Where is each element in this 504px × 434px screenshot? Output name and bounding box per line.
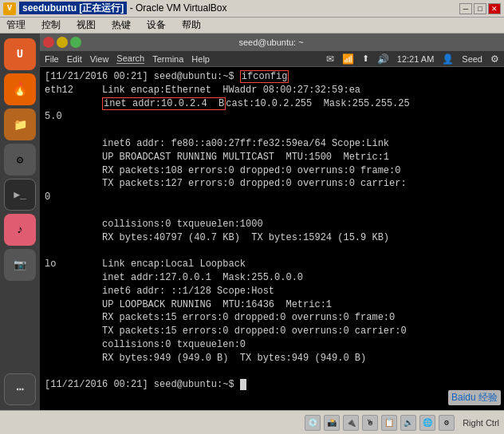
terminal-icon: ▶_: [14, 188, 26, 201]
gear-bottom-icon[interactable]: ⚙: [439, 415, 455, 431]
cursor: [240, 379, 246, 390]
snapshot-icon[interactable]: 📸: [324, 415, 340, 431]
maximize-button[interactable]: □: [474, 3, 486, 14]
sidebar-icon-camera[interactable]: 📷: [4, 249, 36, 281]
terminal-menu-edit[interactable]: Edit: [67, 54, 82, 64]
output-line-14: [45, 244, 499, 258]
right-ctrl-label: Right Ctrl: [463, 418, 499, 428]
title-bar-left: V seedubuntu [正在运行] - Oracle VM VirtualB…: [3, 2, 227, 15]
menu-view[interactable]: 视图: [73, 18, 99, 33]
network-icon[interactable]: 🌐: [419, 415, 435, 431]
user-icon: 👤: [442, 53, 454, 65]
menu-manage[interactable]: 管理: [3, 18, 29, 33]
output-line-22: RX bytes:949 (949.0 B) TX bytes:949 (949…: [45, 352, 499, 365]
menu-control[interactable]: 控制: [38, 18, 64, 33]
output-line-16: inet addr:127.0.0.1 Mask:255.0.0.0: [45, 271, 499, 285]
close-button[interactable]: ✕: [488, 3, 501, 14]
menu-help[interactable]: 帮助: [179, 18, 204, 33]
terminal-maximize-button[interactable]: [70, 37, 81, 48]
camera-icon: 📷: [14, 258, 26, 271]
title-bar-text: seedubuntu [正在运行] - Oracle VM VirtualBox: [19, 2, 227, 15]
terminal-menu-help[interactable]: Help: [191, 54, 210, 64]
output-line-10: 0: [45, 191, 499, 204]
volume-icon: 🔊: [377, 53, 389, 65]
cd-icon[interactable]: 💿: [305, 415, 321, 431]
output-line-8: RX packets:108 errors:0 dropped:0 overru…: [45, 164, 499, 178]
terminal-menu-termina[interactable]: Termina: [152, 54, 183, 64]
outer-menu-bar: 管理 控制 视图 热键 设备 帮助: [0, 18, 504, 34]
ifconfig-highlight: ifconfig: [240, 70, 289, 83]
clipboard-icon[interactable]: 📋: [381, 415, 397, 431]
terminal-menu-search[interactable]: Search: [116, 53, 144, 64]
sidebar: U 🔥 📁 ⚙ ▶_ ♪ 📷 ⋯: [0, 34, 40, 410]
gear-icon[interactable]: ⚙: [490, 53, 499, 65]
mail-icon: ✉: [326, 53, 334, 65]
output-line-4: 5.0: [45, 110, 499, 124]
usb-icon[interactable]: 🔌: [343, 415, 359, 431]
title-bar: V seedubuntu [正在运行] - Oracle VM VirtualB…: [0, 0, 504, 18]
terminal-title-bar: seed@ubuntu: ~: [40, 34, 504, 51]
sidebar-icon-firefox[interactable]: 🔥: [4, 73, 36, 105]
vm-window: U 🔥 📁 ⚙ ▶_ ♪ 📷 ⋯: [0, 34, 504, 410]
inet-addr-highlight: inet addr:10.0.2.4 B: [102, 97, 226, 110]
firefox-icon: 🔥: [12, 81, 28, 97]
settings-icon: ⚙: [17, 153, 23, 167]
output-line-7: UP BROADCAST RUNNING MULTICAST MTU:1500 …: [45, 151, 499, 164]
apps-icon: ⋯: [16, 381, 24, 397]
output-line-24: [11/21/2016 00:21] seed@ubuntu:~$: [45, 378, 499, 392]
sidebar-icon-terminal[interactable]: ▶_: [4, 179, 36, 211]
sidebar-icon-music[interactable]: ♪: [4, 214, 36, 246]
output-line-5: [45, 124, 499, 137]
output-line-19: RX packets:15 errors:0 dropped:0 overrun…: [45, 311, 499, 325]
user-label: Seed: [462, 54, 482, 64]
terminal-area: seed@ubuntu: ~ File Edit View Search Ter…: [40, 34, 504, 410]
menu-device[interactable]: 设备: [144, 18, 169, 33]
title-rest: - Oracle VM VirtualBox: [130, 2, 227, 14]
output-line-2: eth12 Link encap:Ethernet HWaddr 08:00:2…: [45, 84, 499, 97]
terminal-menu-file[interactable]: File: [45, 54, 59, 64]
sidebar-icon-settings[interactable]: ⚙: [4, 144, 36, 176]
baidu-watermark: Baidu 经验: [448, 390, 501, 405]
output-line-15: lo Link encap:Local Loopback: [45, 258, 499, 271]
sidebar-icon-files[interactable]: 📁: [4, 108, 36, 140]
output-line-12: collisions:0 txqueuelen:1000: [45, 218, 499, 231]
terminal-minimize-button[interactable]: [57, 37, 68, 48]
ubuntu-icon: U: [17, 48, 23, 61]
output-line-3: inet addr:10.0.2.4 Bcast:10.0.2.255 Mask…: [45, 97, 499, 111]
output-line-23: [45, 365, 499, 379]
time-display: 12:21 AM: [397, 54, 434, 64]
output-line-17: inet6 addr: ::1/128 Scope:Host: [45, 285, 499, 298]
output-line-13: RX bytes:40797 (40.7 KB) TX bytes:15924 …: [45, 231, 499, 245]
sidebar-icon-apps[interactable]: ⋯: [4, 373, 36, 405]
output-line-20: TX packets:15 errors:0 dropped:0 overrun…: [45, 325, 499, 338]
terminal-controls: [43, 37, 81, 48]
output-line-21: collisions:0 txqueuelen:0: [45, 338, 499, 352]
virtualbox-icon: V: [3, 2, 16, 15]
title-bar-controls: ─ □ ✕: [459, 3, 501, 14]
title-highlight: seedubuntu [正在运行]: [19, 2, 127, 14]
output-line-11: [45, 204, 499, 218]
output-line-9: TX packets:127 errors:0 dropped:0 overru…: [45, 177, 499, 191]
upload-icon: ⬆: [362, 53, 369, 64]
files-icon: 📁: [14, 118, 27, 132]
terminal-menu-view[interactable]: View: [90, 54, 109, 64]
minimize-button[interactable]: ─: [459, 3, 472, 14]
menu-hotkey[interactable]: 热键: [108, 18, 134, 33]
mouse-icon[interactable]: 🖱: [362, 415, 378, 431]
music-icon: ♪: [17, 223, 23, 236]
terminal-title-text: seed@ubuntu: ~: [238, 37, 303, 47]
output-line-1: [11/21/2016 00:21] seed@ubuntu:~$ ifconf…: [45, 70, 499, 84]
terminal-menu-bar: File Edit View Search Termina Help ✉ 📶 ⬆…: [40, 51, 504, 67]
output-line-6: inet6 addr: fe80::a00:27ff:fe32:59ea/64 …: [45, 137, 499, 151]
audio-icon[interactable]: 🔊: [400, 415, 416, 431]
terminal-output[interactable]: [11/21/2016 00:21] seed@ubuntu:~$ ifconf…: [40, 67, 504, 410]
network-status-icon: 📶: [342, 53, 354, 65]
terminal-close-button[interactable]: [43, 37, 54, 48]
output-line-18: UP LOOPBACK RUNNING MTU:16436 Metric:1: [45, 298, 499, 312]
sidebar-icon-ubuntu[interactable]: U: [4, 38, 36, 70]
bottom-bar: 💿 📸 🔌 🖱 📋 🔊 🌐 ⚙ Right Ctrl: [0, 410, 504, 434]
